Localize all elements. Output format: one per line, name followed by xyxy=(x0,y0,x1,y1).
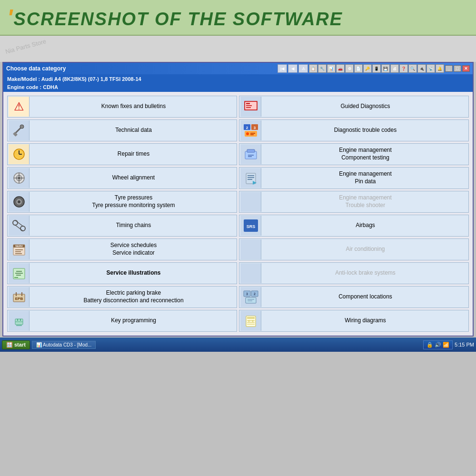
menu-item-electric-parking[interactable]: EPB Electric parking brakeBattery discon… xyxy=(7,286,237,308)
svg-text:3: 3 xyxy=(253,126,256,130)
taskbar-left: 🪟 start 📊 Autodata CD3 - [Mod... xyxy=(2,340,96,349)
service-schedules-icon: SERV xyxy=(10,241,28,258)
svg-rect-68 xyxy=(16,325,22,326)
tb-icon-15[interactable]: 🔔 xyxy=(436,64,444,73)
close-button[interactable]: ✕ xyxy=(462,65,470,72)
menu-item-guided-diagnostics[interactable]: Guided Diagnostics xyxy=(239,96,469,118)
menu-item-service-schedules[interactable]: SERV Service schedulesService indicator xyxy=(7,238,237,260)
engine-comp-label: Engine managementComponent testing xyxy=(263,147,467,161)
menu-item-engine-trouble[interactable]: Engine managementTrouble shooter xyxy=(239,191,469,213)
taskbar-app-item[interactable]: 📊 Autodata CD3 - [Mod... xyxy=(32,341,96,349)
tray-icon-2: 🔊 xyxy=(435,342,441,348)
svg-point-6 xyxy=(20,125,24,129)
component-locations-icon: 3 2 xyxy=(242,289,259,305)
menu-item-wiring-diagrams[interactable]: Wiring diagrams xyxy=(239,310,469,332)
engine-pin-icon xyxy=(242,170,259,186)
component-locations-label: Component locations xyxy=(263,293,467,301)
tb-icon-1[interactable]: 📋 xyxy=(309,64,317,73)
top-banner: 'SCREENSHOT OF THE SOFTWARE xyxy=(0,0,476,36)
tb-icon-2[interactable]: 🔧 xyxy=(318,64,327,73)
dtc-label: Diagnostic trouble codes xyxy=(263,127,467,134)
menu-item-repair-times[interactable]: Repair times xyxy=(7,143,237,165)
content-area: ⚠ Known fixes and bulletins xyxy=(3,92,473,336)
svg-text:SRS: SRS xyxy=(246,224,255,229)
minimize-button[interactable]: _ xyxy=(445,65,453,72)
tyre-pressures-icon xyxy=(10,194,28,210)
svg-point-36 xyxy=(13,220,18,225)
make-model-label: Make/Model xyxy=(7,76,37,82)
app-label: Autodata CD3 - [Mod... xyxy=(43,342,91,347)
engine-trouble-icon xyxy=(242,194,259,210)
engine-code-label: Engine code xyxy=(7,84,38,90)
technical-data-label: Technical data xyxy=(31,127,236,134)
menu-item-service-illustrations[interactable]: Service illustrations xyxy=(7,262,237,284)
menu-item-key-programming[interactable]: Key programming xyxy=(7,310,237,332)
menu-item-airbags[interactable]: SRS Airbags xyxy=(239,215,469,237)
menu-item-engine-comp[interactable]: Engine managementComponent testing xyxy=(239,143,469,165)
menu-item-timing-chains[interactable]: Timing chains xyxy=(7,215,237,237)
svg-text:SERV: SERV xyxy=(15,245,22,248)
menu-item-technical-data[interactable]: Technical data xyxy=(7,119,237,141)
repair-times-icon xyxy=(10,146,28,162)
timing-chains-label: Timing chains xyxy=(31,222,236,229)
menu-item-abs[interactable]: Anti-lock brake systems xyxy=(239,262,469,284)
tb-icon-9[interactable]: 💾 xyxy=(381,64,390,73)
wiring-icon xyxy=(242,313,259,329)
engine-pin-label: Engine managementPin data xyxy=(263,170,467,185)
menu-item-air-conditioning[interactable]: Air conditioning xyxy=(239,238,469,260)
banner-apostrophe: ' xyxy=(7,5,13,30)
menu-item-dtc[interactable]: 2 3 Diagnostic trouble codes xyxy=(239,119,469,141)
taskbar-right: 🔒 🔊 📶 5:15 PM xyxy=(423,340,474,349)
guided-diagnostics-label: Guided Diagnostics xyxy=(263,103,467,110)
tb-icon-4[interactable]: 🚗 xyxy=(336,64,345,73)
nav-warn[interactable]: ⚠ xyxy=(298,64,308,73)
tb-icon-6[interactable]: 📄 xyxy=(354,64,363,73)
service-illustrations-icon-box xyxy=(9,263,30,283)
svg-text:3: 3 xyxy=(246,292,248,296)
wiring-diagrams-label: Wiring diagrams xyxy=(263,317,467,325)
service-illustrations-icon xyxy=(10,265,28,281)
watermark-area: Nia Parts Store xyxy=(0,36,476,62)
menu-item-tyre-pressures[interactable]: Tyre pressuresTyre pressure monitoring s… xyxy=(7,191,237,213)
svg-rect-4 xyxy=(246,107,251,108)
start-button[interactable]: 🪟 start xyxy=(2,340,30,349)
tb-icon-8[interactable]: 📱 xyxy=(372,64,381,73)
wiring-diagrams-icon-box xyxy=(240,311,261,331)
svg-rect-47 xyxy=(15,253,22,254)
tb-icon-7[interactable]: 🔑 xyxy=(363,64,372,73)
menu-item-wheel-alignment[interactable]: Wheel alignment xyxy=(7,167,237,189)
nav-first[interactable]: |◀ xyxy=(278,64,287,73)
epb-icon: EPB xyxy=(10,289,28,305)
tyre-pressures-label: Tyre pressuresTyre pressure monitoring s… xyxy=(31,194,236,209)
abs-icon-box xyxy=(240,263,261,283)
svg-rect-3 xyxy=(246,105,252,106)
menu-item-engine-pin[interactable]: Engine managementPin data xyxy=(239,167,469,189)
abs-label: Anti-lock brake systems xyxy=(263,269,467,277)
svg-rect-30 xyxy=(248,177,254,178)
wheel-alignment-icon-box xyxy=(9,168,30,188)
repair-times-label: Repair times xyxy=(31,150,236,158)
air-conditioning-label: Air conditioning xyxy=(263,246,467,253)
maximize-button[interactable]: □ xyxy=(454,65,461,72)
svg-rect-61 xyxy=(246,298,256,303)
svg-rect-2 xyxy=(246,103,250,104)
menu-item-component-locations[interactable]: 3 2 Component locations xyxy=(239,286,469,308)
menu-item-known-fixes[interactable]: ⚠ Known fixes and bulletins xyxy=(7,96,237,118)
key-icon xyxy=(10,313,28,329)
svg-rect-45 xyxy=(15,249,23,250)
title-bar-right: |◀ ◀ ⚠ 📋 🔧 📊 🚗 ⚙ 📄 🔑 📱 💾 🖨 ❓ 🔍 🔌 📡 🔔 xyxy=(278,64,470,73)
tb-icon-13[interactable]: 🔌 xyxy=(417,64,426,73)
tb-icon-12[interactable]: 🔍 xyxy=(408,64,417,73)
known-fixes-icon: ⚠ xyxy=(9,97,30,117)
nav-prev[interactable]: ◀ xyxy=(288,64,298,73)
known-fixes-label: Known fixes and bulletins xyxy=(31,103,236,110)
tb-icon-10[interactable]: 🖨 xyxy=(390,64,399,73)
tb-icon-11[interactable]: ❓ xyxy=(399,64,408,73)
tb-icon-3[interactable]: 📊 xyxy=(327,64,336,73)
svg-point-37 xyxy=(20,226,25,231)
svg-text:2: 2 xyxy=(254,292,256,296)
tb-icon-5[interactable]: ⚙ xyxy=(345,64,354,73)
svg-text:2: 2 xyxy=(246,126,248,130)
tb-icon-14[interactable]: 📡 xyxy=(426,64,435,73)
service-schedules-icon-box: SERV xyxy=(9,239,30,259)
